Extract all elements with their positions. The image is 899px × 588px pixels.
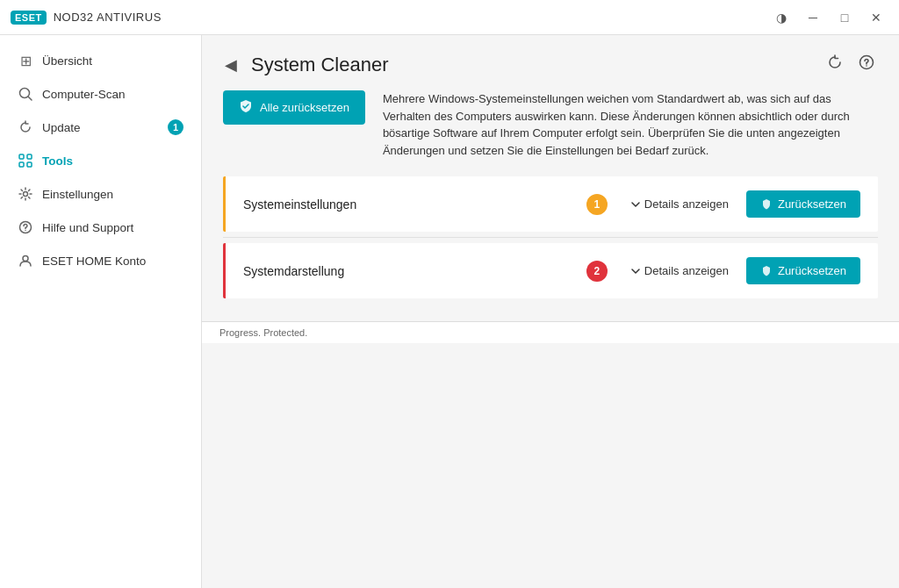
update-icon <box>18 119 33 135</box>
details-button-systemdarstellung[interactable]: Details anzeigen <box>622 259 737 283</box>
help-content-button[interactable] <box>855 51 878 78</box>
details-button-systemeinstellungen[interactable]: Details anzeigen <box>622 192 737 216</box>
help-icon <box>18 219 33 235</box>
count-badge-systemeinstellungen: 1 <box>586 194 608 215</box>
description-text: Mehrere Windows-Systemeinstellungen weic… <box>383 90 878 159</box>
sidebar-item-label: Übersicht <box>42 54 92 68</box>
sidebar-item-label: Einstellungen <box>42 188 113 201</box>
svg-rect-2 <box>19 154 24 159</box>
maximize-button[interactable]: □ <box>832 5 857 30</box>
sidebar-item-hilfe[interactable]: Hilfe und Support <box>0 211 201 244</box>
action-bar: Alle zurücksetzen Mehrere Windows-System… <box>223 90 878 159</box>
sidebar-item-label: Computer-Scan <box>42 88 126 101</box>
titlebar: ESET NOD32 ANTIVIRUS ◑ ─ □ ✕ <box>0 0 899 35</box>
titlebar-left: ESET NOD32 ANTIVIRUS <box>11 11 162 25</box>
account-icon <box>18 253 33 269</box>
sidebar-item-label: Hilfe und Support <box>42 221 133 234</box>
minimize-button[interactable]: ─ <box>801 5 825 30</box>
statusbar: Progress. Protected. <box>202 321 899 343</box>
reset-all-button[interactable]: Alle zurücksetzen <box>223 90 365 125</box>
overview-icon: ⊞ <box>18 53 33 68</box>
header-actions <box>823 51 878 78</box>
titlebar-controls: ◑ ─ □ ✕ <box>769 5 888 30</box>
reset-label: Zurücksetzen <box>778 197 846 211</box>
systemeinstellungen-row: Systemeinstellungen 1 Details anzeigen Z… <box>223 176 878 232</box>
content-area: ◀ System Cleaner <box>202 35 899 588</box>
reset-button-systemdarstellung[interactable]: Zurücksetzen <box>746 257 860 284</box>
svg-point-0 <box>20 89 30 98</box>
svg-rect-4 <box>19 162 24 167</box>
eset-logo: ESET <box>11 11 47 25</box>
reset-all-label: Alle zurücksetzen <box>260 101 349 114</box>
content-header: ◀ System Cleaner <box>202 35 899 90</box>
sidebar: ⊞ Übersicht Computer-Scan Update 1 <box>0 35 202 588</box>
sidebar-item-einstellungen[interactable]: Einstellungen <box>0 177 201 211</box>
sidebar-item-label: ESET HOME Konto <box>42 255 146 268</box>
section-title-systemeinstellungen: Systemeinstellungen <box>243 197 586 212</box>
sidebar-item-update[interactable]: Update 1 <box>0 111 201 144</box>
svg-point-11 <box>866 65 867 67</box>
svg-point-9 <box>23 256 28 262</box>
sidebar-item-konto[interactable]: ESET HOME Konto <box>0 244 201 277</box>
svg-rect-5 <box>27 162 32 167</box>
status-text: Progress. Protected. <box>219 327 307 338</box>
details-label: Details anzeigen <box>644 197 729 211</box>
update-badge: 1 <box>168 119 183 135</box>
divider <box>223 237 878 238</box>
sidebar-item-label: Tools <box>42 154 73 168</box>
svg-rect-3 <box>27 154 32 159</box>
content-body: Alle zurücksetzen Mehrere Windows-System… <box>202 90 899 321</box>
page-title: System Cleaner <box>251 54 389 76</box>
section-title-systemdarstellung: Systemdarstellung <box>243 264 586 278</box>
svg-line-1 <box>29 97 32 101</box>
sidebar-item-tools[interactable]: Tools <box>0 144 201 177</box>
refresh-button[interactable] <box>823 51 846 78</box>
shield-icon <box>239 99 253 116</box>
reset-button-systemeinstellungen[interactable]: Zurücksetzen <box>746 190 860 218</box>
sidebar-item-computer-scan[interactable]: Computer-Scan <box>0 77 201 111</box>
tools-icon <box>18 153 33 169</box>
content-header-left: ◀ System Cleaner <box>219 54 389 76</box>
details-label: Details anzeigen <box>644 264 729 277</box>
settings-icon <box>18 186 33 202</box>
systemdarstellung-row: Systemdarstellung 2 Details anzeigen Zur… <box>223 243 878 298</box>
sidebar-item-uebersicht[interactable]: ⊞ Übersicht <box>0 44 201 77</box>
svg-point-6 <box>24 192 28 197</box>
theme-toggle-button[interactable]: ◑ <box>769 5 794 30</box>
app-name: NOD32 ANTIVIRUS <box>54 11 162 24</box>
svg-point-8 <box>25 230 25 231</box>
back-button[interactable]: ◀ <box>219 54 242 76</box>
sidebar-item-label: Update <box>42 121 81 134</box>
close-button[interactable]: ✕ <box>864 5 888 30</box>
reset-label: Zurücksetzen <box>778 264 846 277</box>
scan-icon <box>18 86 33 102</box>
main-layout: ⊞ Übersicht Computer-Scan Update 1 <box>0 35 899 588</box>
count-badge-systemdarstellung: 2 <box>586 261 608 282</box>
